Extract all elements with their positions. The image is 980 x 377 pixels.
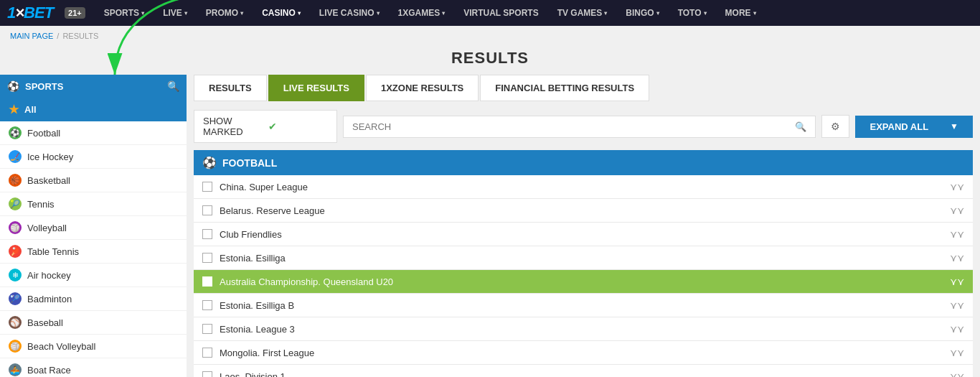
- league-row[interactable]: Australia Championship. Queensland U20⋎⋎: [194, 270, 973, 294]
- expand-icon[interactable]: ⋎⋎: [950, 276, 964, 287]
- expand-icon[interactable]: ⋎⋎: [950, 299, 964, 311]
- chevron-down-icon: ▾: [604, 10, 607, 17]
- tennis-icon: 🎾: [9, 197, 22, 210]
- search-icon[interactable]: 🔍: [167, 80, 179, 92]
- sidebar-item-table-tennis[interactable]: 🏓 Table Tennis: [0, 240, 187, 264]
- league-row[interactable]: Estonia. Esilliga⋎⋎: [194, 246, 973, 270]
- league-name: Club Friendlies: [220, 229, 943, 240]
- league-row[interactable]: Laos. Division 1⋎⋎: [194, 365, 973, 377]
- sidebar-item-basketball[interactable]: 🏀 Basketball: [0, 169, 187, 192]
- nav-virtual-sports[interactable]: VIRTUAL SPORTS: [456, 0, 545, 26]
- nav-sports[interactable]: SPORTS ▾: [97, 0, 151, 26]
- nav-1xgames[interactable]: 1XGAMES ▾: [391, 0, 453, 26]
- breadcrumb-separator: /: [57, 32, 59, 40]
- expand-icon[interactable]: ⋎⋎: [950, 252, 964, 264]
- expand-all-button[interactable]: EXPAND ALL ▼: [855, 116, 973, 138]
- nav-toto[interactable]: TOTO ▾: [671, 0, 714, 26]
- chevron-down-icon: ▾: [656, 10, 659, 17]
- top-nav: 1×BET 21+ SPORTS ▾ LIVE ▾ PROMO ▾ CASINO…: [0, 0, 980, 26]
- sidebar-label-boat-race: Boat Race: [27, 365, 71, 376]
- league-name: Estonia. Esilliga B: [220, 300, 943, 311]
- expand-icon[interactable]: ⋎⋎: [950, 205, 964, 216]
- chevron-down-icon: ▾: [704, 10, 707, 17]
- league-row[interactable]: Estonia. Esilliga B⋎⋎: [194, 294, 973, 317]
- sidebar-label-baseball: Baseball: [27, 317, 63, 328]
- chevron-down-icon: ▾: [141, 10, 144, 17]
- league-checkbox[interactable]: [202, 253, 212, 263]
- sidebar-search-bar: ⚽ SPORTS 🔍: [0, 75, 187, 98]
- league-row[interactable]: China. Super League⋎⋎: [194, 175, 973, 199]
- content-area: RESULTS LIVE RESULTS 1XZONE RESULTS FINA…: [187, 75, 980, 377]
- chevron-down-icon: ▾: [184, 10, 187, 17]
- show-marked-dropdown[interactable]: SHOW MARKED ✔: [194, 110, 337, 143]
- breadcrumb-home[interactable]: MAIN PAGE: [10, 32, 53, 40]
- league-checkbox[interactable]: [202, 324, 212, 334]
- sidebar-label-air-hockey: Air hockey: [27, 270, 71, 281]
- tab-live-results[interactable]: LIVE RESULTS: [268, 75, 364, 101]
- tab-1xzone-results[interactable]: 1XZONE RESULTS: [366, 75, 479, 101]
- sidebar-item-ice-hockey[interactable]: 🏒 Ice Hockey: [0, 145, 187, 169]
- league-checkbox[interactable]: [202, 205, 212, 215]
- sidebar-item-beach-volleyball[interactable]: 🏐 Beach Volleyball: [0, 335, 187, 358]
- league-row[interactable]: Estonia. League 3⋎⋎: [194, 317, 973, 341]
- sports-icon: ⚽: [7, 80, 19, 92]
- results-tabs: RESULTS LIVE RESULTS 1XZONE RESULTS FINA…: [194, 75, 973, 101]
- nav-tv-games[interactable]: TV GAMES ▾: [550, 0, 615, 26]
- expand-icon[interactable]: ⋎⋎: [950, 181, 964, 192]
- chevron-down-icon: ▾: [753, 10, 756, 17]
- expand-icon[interactable]: ⋎⋎: [950, 347, 964, 358]
- sidebar-all-item[interactable]: ★ All: [0, 98, 187, 121]
- sport-section-header: ⚽ FOOTBALL: [194, 150, 973, 175]
- settings-button[interactable]: ⚙: [821, 115, 849, 138]
- badminton-icon: 🏸: [9, 292, 22, 305]
- sidebar-item-air-hockey[interactable]: ❄ Air hockey: [0, 264, 187, 287]
- league-row[interactable]: Mongolia. First League⋎⋎: [194, 341, 973, 365]
- chevron-down-icon: ▾: [240, 10, 243, 17]
- league-checkbox[interactable]: [202, 300, 212, 310]
- expand-icon[interactable]: ⋎⋎: [950, 323, 964, 335]
- tab-results[interactable]: RESULTS: [194, 75, 267, 101]
- nav-more[interactable]: MORE ▾: [718, 0, 763, 26]
- sidebar-label-beach-volleyball: Beach Volleyball: [27, 341, 95, 352]
- league-name: Estonia. League 3: [220, 324, 943, 335]
- league-name: Laos. Division 1: [220, 371, 943, 378]
- sidebar-label-football: Football: [27, 128, 60, 139]
- search-icon: 🔍: [795, 121, 806, 132]
- table-tennis-icon: 🏓: [9, 245, 22, 258]
- nav-bingo[interactable]: BINGO ▾: [618, 0, 666, 26]
- sidebar-item-boat-race[interactable]: 🚣 Boat Race: [0, 358, 187, 377]
- gear-icon: ⚙: [831, 121, 840, 132]
- sidebar-item-volleyball[interactable]: 🏐 Volleyball: [0, 216, 187, 240]
- air-hockey-icon: ❄: [9, 269, 22, 281]
- nav-promo[interactable]: PROMO ▾: [199, 0, 250, 26]
- sidebar-item-football[interactable]: ⚽ Football: [0, 121, 187, 145]
- breadcrumb-current: RESULTS: [62, 32, 98, 40]
- nav-live-casino[interactable]: LIVE CASINO ▾: [312, 0, 387, 26]
- league-checkbox[interactable]: [202, 371, 212, 377]
- league-checkbox[interactable]: [202, 229, 212, 239]
- sidebar-label-volleyball: Volleyball: [27, 223, 67, 233]
- filters-bar: SHOW MARKED ✔ 🔍 ⚙ EXPAND ALL ▼: [194, 110, 973, 143]
- league-row[interactable]: Club Friendlies⋎⋎: [194, 223, 973, 246]
- league-name: Estonia. Esilliga: [220, 253, 943, 264]
- tab-financial-results[interactable]: FINANCIAL BETTING RESULTS: [480, 75, 649, 101]
- volleyball-icon: 🏐: [9, 221, 22, 234]
- sidebar-item-badminton[interactable]: 🏸 Badminton: [0, 287, 187, 311]
- league-checkbox[interactable]: [202, 276, 212, 287]
- expand-icon[interactable]: ⋎⋎: [950, 371, 964, 377]
- league-name: China. Super League: [220, 182, 943, 192]
- league-checkbox[interactable]: [202, 348, 212, 358]
- chevron-down-icon: ▼: [950, 121, 958, 131]
- expand-all-label: EXPAND ALL: [870, 121, 928, 132]
- league-checkbox[interactable]: [202, 182, 212, 192]
- logo[interactable]: 1×BET: [7, 4, 53, 22]
- nav-live[interactable]: LIVE ▾: [156, 0, 194, 26]
- search-input[interactable]: [352, 121, 789, 132]
- nav-casino[interactable]: CASINO ▾: [255, 0, 308, 26]
- sidebar-item-baseball[interactable]: ⚾ Baseball: [0, 311, 187, 335]
- expand-icon[interactable]: ⋎⋎: [950, 228, 964, 240]
- boat-race-icon: 🚣: [9, 363, 22, 376]
- checkmark-icon: ✔: [268, 121, 328, 132]
- league-row[interactable]: Belarus. Reserve League⋎⋎: [194, 199, 973, 223]
- sidebar-item-tennis[interactable]: 🎾 Tennis: [0, 192, 187, 216]
